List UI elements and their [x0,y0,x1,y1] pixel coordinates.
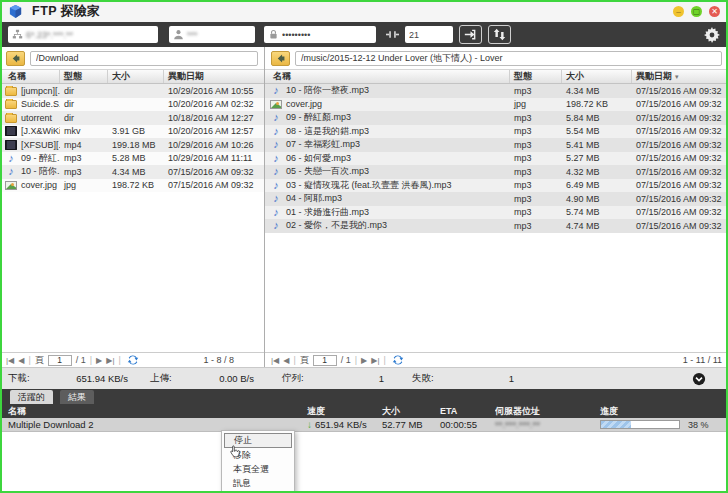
settings-gear-icon[interactable] [704,27,720,43]
file-row[interactable]: ♪08 - 這是我的錯.mp3mp35.54 MB07/15/2016 AM 0… [265,125,728,139]
column-header-size[interactable]: 大小 [562,70,632,83]
maximize-button[interactable]: ▢ [691,6,702,17]
download-speed: 651.94 KB/s [50,373,128,384]
column-header-type[interactable]: 型態 [60,70,108,83]
column-header-type[interactable]: 型態 [510,70,562,83]
column-header-progress[interactable]: 進度 [600,405,720,418]
file-row[interactable]: ♪01 - 求婚進行曲.mp3mp35.74 MB07/15/2016 AM 0… [265,206,728,220]
column-header-speed[interactable]: 速度 [307,405,382,418]
lock-icon [268,26,279,44]
file-row[interactable]: ♪03 - 癡情玫瑰花 (feat.玖壹壹 洪春風).mp3mp36.49 MB… [265,179,728,193]
connect-button[interactable] [459,25,482,44]
first-page-button[interactable]: |◀ [6,356,14,365]
chevron-down-circle-icon[interactable] [692,372,706,386]
transfer-eta-cell: 00:00:55 [440,419,495,430]
parent-dir-button-left[interactable] [6,51,25,66]
file-row[interactable]: ♪10 - 陪你...mp34.34 MB07/15/2016 AM 09:32 [0,165,264,179]
file-row[interactable]: cover.jpgjpg198.72 KB07/15/2016 AM 09:32 [0,179,264,193]
port-plug-icon [386,30,399,39]
file-row[interactable]: ♪10 - 陪你一整夜.mp3mp34.34 MB07/15/2016 AM 0… [265,84,728,98]
column-header-size[interactable]: 大小 [108,70,164,83]
refresh-icon[interactable] [392,354,404,366]
file-row[interactable]: ♪09 - 醉紅...mp35.28 MB10/29/2016 AM 11:11 [0,152,264,166]
file-row[interactable]: cover.jpgjpg198.72 KB07/15/2016 AM 09:32 [265,98,728,112]
transfer-name-cell: Multiple Download 2 [8,419,307,430]
column-header-name[interactable]: 名稱 [265,70,510,83]
file-type-cell: mp3 [510,207,562,217]
column-header-name[interactable]: 名稱 [0,70,60,83]
page-label: 頁 [300,354,309,367]
file-row[interactable]: ♪04 - 阿耶.mp3mp34.90 MB07/15/2016 AM 09:3… [265,192,728,206]
file-name-cell: ♪06 - 如何愛.mp3 [265,152,510,165]
file-date-cell: 07/15/2016 AM 09:32 [632,180,728,190]
file-size-cell: 5.28 MB [108,153,164,163]
page-number-input[interactable] [48,355,72,366]
video-file-icon [5,126,17,136]
file-name-cell: [jumpcn][... [0,86,60,96]
prev-page-button[interactable]: ◀ [18,356,24,365]
file-row[interactable]: ♪05 - 失戀一百次.mp3mp34.32 MB07/15/2016 AM 0… [265,165,728,179]
context-menu-item-select-all-page[interactable]: 本頁全選 [224,462,292,476]
last-page-button[interactable]: ▶| [106,356,114,365]
context-menu-item-message[interactable]: 訊息 [224,476,292,490]
file-date-cell: 07/15/2016 AM 09:32 [632,167,728,177]
port-input[interactable] [409,30,449,40]
username-input[interactable] [187,30,251,40]
file-date-cell: 10/29/2016 AM 11:11 [164,153,264,163]
column-header-name[interactable]: 名稱 [8,405,307,418]
tab-active[interactable]: 活躍的 [10,390,53,404]
transfer-row[interactable]: Multiple Download 2↓651.94 KB/s52.77 MB0… [0,418,728,432]
remote-path-input[interactable] [295,51,722,66]
progress-bar [600,420,680,429]
local-path-input[interactable] [30,51,258,66]
server-input[interactable] [26,30,154,40]
image-file-icon [270,100,282,109]
next-page-button[interactable]: ▶ [361,356,367,365]
transfer-progress-cell: 38 % [600,420,720,430]
tab-results[interactable]: 結果 [60,390,94,404]
refresh-icon[interactable] [127,354,139,366]
page-number-input[interactable] [313,355,337,366]
minimize-button[interactable]: – [673,6,684,17]
first-page-button[interactable]: |◀ [271,356,279,365]
file-row[interactable]: ♪09 - 醉紅顏.mp3mp35.84 MB07/15/2016 AM 09:… [265,111,728,125]
file-row[interactable]: ♪02 - 愛你，不是我的.mp3mp34.74 MB07/15/2016 AM… [265,219,728,233]
next-page-button[interactable]: ▶ [96,356,102,365]
file-size-cell: 4.34 MB [108,167,164,177]
file-row[interactable]: [XFSUB][...mp4199.18 MB10/29/2016 AM 10:… [0,138,264,152]
column-header-date[interactable]: 異動日期▾ [632,70,728,83]
file-name: 04 - 阿耶.mp3 [286,192,342,205]
queue-label: 佇列: [282,372,324,385]
last-page-button[interactable]: ▶| [371,356,379,365]
file-row[interactable]: [jumpcn][...dir10/29/2016 AM 10:55 [0,84,264,98]
remote-file-panel: 名稱 型態 大小 異動日期▾ ♪10 - 陪你一整夜.mp3mp34.34 MB… [265,47,728,367]
close-button[interactable]: ✕ [709,6,720,17]
file-date-cell: 07/15/2016 AM 09:32 [632,153,728,163]
file-type-cell: mp3 [510,194,562,204]
file-row[interactable]: utorrentdir10/18/2016 AM 12:27 [0,111,264,125]
file-size-cell: 5.84 MB [562,113,632,123]
column-header-date[interactable]: 異動日期 [164,70,264,83]
file-type-cell: mp3 [510,221,562,231]
column-header-size[interactable]: 大小 [382,405,440,418]
file-row[interactable]: Suicide.S...dir10/20/2016 AM 02:32 [0,98,264,112]
file-row[interactable]: ♪07 - 幸福彩虹.mp3mp35.41 MB07/15/2016 AM 09… [265,138,728,152]
file-size-cell: 4.90 MB [562,194,632,204]
file-name-cell: cover.jpg [0,180,60,190]
column-header-server[interactable]: 伺服器位址 [495,405,600,418]
file-date-cell: 07/15/2016 AM 09:32 [164,167,264,177]
file-type-cell: mkv [60,126,108,136]
up-down-arrows-icon [493,28,506,41]
file-name-cell: ♪04 - 阿耶.mp3 [265,192,510,205]
transfer-mode-button[interactable] [488,25,511,44]
file-row[interactable]: [J.X&WiKi...mkv3.91 GB10/20/2016 AM 12:5… [0,125,264,139]
file-name-cell: ♪07 - 幸福彩虹.mp3 [265,138,510,151]
file-size-cell: 4.32 MB [562,167,632,177]
music-file-icon: ♪ [270,85,282,96]
video-file-icon [5,140,17,150]
file-row[interactable]: ♪06 - 如何愛.mp3mp35.27 MB07/15/2016 AM 09:… [265,152,728,166]
prev-page-button[interactable]: ◀ [283,356,289,365]
column-header-eta[interactable]: ETA [440,406,495,416]
parent-dir-button-right[interactable] [271,51,290,66]
password-input[interactable] [282,30,372,40]
